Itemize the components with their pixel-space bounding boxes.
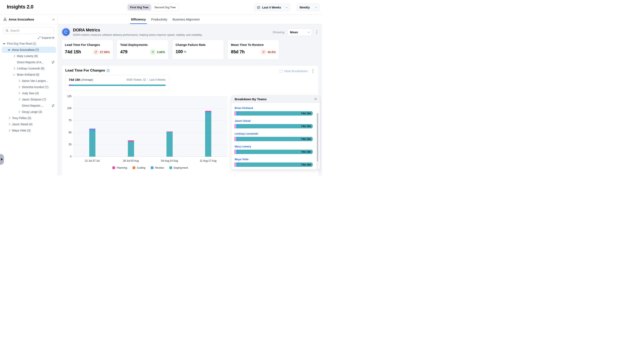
chevron-right-icon[interactable]: [18, 92, 20, 94]
team-name-link[interactable]: Maya Yette: [235, 158, 248, 161]
tree-item-maya-yette[interactable]: Maya Yette (3): [2, 127, 56, 134]
team-name-link[interactable]: Lindsay Liszewski: [235, 132, 258, 135]
chevron-down-icon: [286, 6, 288, 8]
expand-icon: [38, 36, 40, 39]
tree-item-tony-pallas[interactable]: Tony Pallas (5): [2, 115, 56, 121]
stacked-bar-4[interactable]: [205, 111, 211, 157]
arrow-up-right-icon: ↗: [150, 49, 156, 55]
tab-business-alignment[interactable]: Business Alignment: [172, 15, 200, 24]
legend-item-planning[interactable]: Planning: [112, 166, 127, 169]
chevron-right-icon[interactable]: [8, 117, 10, 119]
metric-value: 85d 7h: [231, 49, 244, 55]
legend-item-deployment[interactable]: Deployment: [169, 166, 188, 169]
org-sidebar: Anna Scozzafava Expand All First Org: [0, 15, 58, 176]
chevron-right-icon[interactable]: [18, 86, 20, 88]
date-range-select[interactable]: Last 4 Weeks: [254, 4, 290, 11]
tree-item-direct-reports-of-brian[interactable]: Direct Reports ...: [2, 103, 56, 109]
legend-item-review[interactable]: Review: [151, 166, 164, 169]
card-change-failure-rate: Change Failure Rate 100 %: [172, 40, 224, 60]
review-segment: [236, 150, 239, 154]
delta-value: 27.56%: [100, 51, 110, 54]
scrollbar-thumb[interactable]: [317, 113, 318, 161]
legend-item-coding[interactable]: Coding: [132, 166, 146, 169]
team-name-link[interactable]: Jason Stead: [235, 119, 250, 122]
breakdown-row: Jason Stead 74d 15h: [235, 119, 313, 128]
team-phase-bar[interactable]: 74d 15h: [235, 162, 313, 167]
chevron-right-icon[interactable]: [18, 80, 20, 82]
chevron-right-icon[interactable]: [13, 55, 15, 57]
planning-segment: [235, 111, 236, 116]
tab-efficiency[interactable]: Efficiency: [131, 15, 146, 24]
deployment-swatch: [169, 166, 172, 169]
chevron-down-icon[interactable]: [8, 48, 10, 51]
planning-segment: [128, 140, 134, 142]
toggle-second-org-tree[interactable]: Second Org Tree: [152, 4, 178, 10]
sidebar-search[interactable]: [3, 27, 54, 34]
y-axis-tick-label: 0: [64, 155, 72, 158]
tree-item-brian-kirkland[interactable]: Brian Kirkland (6): [2, 72, 56, 78]
breakdown-by-teams-panel: Breakdown By Teams ✕ Brian Kirkland 74d …: [231, 96, 320, 170]
trend-badge: ↗ 40.8%: [261, 49, 276, 55]
tree-item-jason-stead[interactable]: Jason Stead (4): [2, 121, 56, 127]
team-phase-bar[interactable]: 74d 15h: [235, 137, 313, 141]
metric-unit: %: [184, 50, 186, 53]
team-phase-bar[interactable]: 74d 15h: [235, 124, 313, 128]
metric-title: Total Deployments: [120, 43, 165, 47]
tree-item-aaron-van-langen[interactable]: Aaron Van Langen...: [2, 78, 56, 84]
review-segment: [236, 111, 239, 116]
chevron-right-icon[interactable]: [8, 123, 10, 125]
chevron-right-icon[interactable]: [18, 98, 20, 101]
stacked-bar-3[interactable]: [166, 132, 173, 157]
tree-item-anna-scozzafava[interactable]: Anna Scozzafava (7): [2, 47, 56, 53]
toggle-first-org-tree[interactable]: First Org Tree: [128, 4, 151, 10]
chevron-down-icon[interactable]: [13, 73, 15, 76]
chevron-up-icon[interactable]: [52, 19, 54, 21]
team-name-link[interactable]: Mary Lowery: [235, 145, 251, 148]
arrow-up-right-icon: ↗: [93, 49, 99, 55]
gridline: [73, 121, 228, 121]
granularity-value: Weekly: [300, 6, 310, 9]
team-phase-bar[interactable]: 74d 15h: [235, 111, 313, 116]
expand-all-button[interactable]: Expand All: [3, 36, 54, 39]
dora-kebab-menu[interactable]: [315, 30, 319, 34]
filter-settings-icon[interactable]: [52, 61, 55, 64]
sidebar-header[interactable]: Anna Scozzafava: [0, 15, 58, 24]
search-input[interactable]: [10, 29, 52, 32]
metric-title: Mean Time To Restore: [231, 43, 276, 47]
team-name-link[interactable]: Brian Kirkland: [235, 107, 253, 110]
tree-item-sireesha-kunduri[interactable]: Sireesha Kunduri (7): [2, 84, 56, 90]
team-phase-bar[interactable]: 74d 15h: [235, 150, 313, 154]
tree-item-judy-saw[interactable]: Judy Saw (4): [2, 90, 56, 96]
close-icon[interactable]: ✕: [314, 97, 317, 101]
granularity-select[interactable]: Weekly: [297, 4, 320, 11]
team-value: 74d 15h: [301, 150, 311, 153]
chevron-down-icon[interactable]: [3, 42, 5, 45]
chevron-right-icon[interactable]: [18, 111, 20, 113]
filter-settings-icon[interactable]: [52, 104, 55, 107]
metric-title: Lead Time For Changes: [65, 43, 110, 47]
x-axis-tick-label: 04 Aug-10 Aug: [150, 159, 189, 162]
scrollbar-track[interactable]: [317, 113, 318, 170]
tree-item-mary-lowery[interactable]: Mary Lowery (6): [2, 53, 56, 59]
gridline: [73, 156, 228, 157]
sidebar-collapse-handle[interactable]: [0, 154, 4, 165]
dora-heading-text: DORA Metrics DORA metrics measure softwa…: [73, 28, 202, 36]
aggregation-select[interactable]: Mean: [287, 28, 312, 36]
chevron-right-icon[interactable]: [13, 67, 15, 70]
tree-item-label: Jason Simpson (7): [22, 98, 46, 101]
org-tree-toggle: First Org Tree Second Org Tree: [127, 4, 179, 11]
tree-item-doug-lange[interactable]: Doug Lange (3): [2, 109, 56, 115]
tree-item-lindsay-liszewski[interactable]: Lindsay Liszewski (8): [2, 65, 56, 72]
stacked-bar-2[interactable]: [128, 140, 134, 157]
calendar-icon: [257, 6, 260, 9]
insights-app: Insights 2.0 First Org Tree Second Org T…: [0, 0, 322, 176]
legend-label: Coding: [137, 166, 146, 169]
tree-item-direct-reports-of-anna[interactable]: Direct Reports of A...: [2, 59, 56, 65]
tree-item-first-org-tree-root[interactable]: First Org Tree Root (1): [2, 41, 56, 47]
tab-productivity[interactable]: Productivity: [151, 15, 167, 24]
stacked-bar-1[interactable]: [89, 129, 96, 157]
tree-item-jason-simpson[interactable]: Jason Simpson (7): [2, 96, 56, 103]
top-header: Insights 2.0 First Org Tree Second Org T…: [0, 0, 322, 15]
delta-value: 40.8%: [268, 51, 276, 54]
chevron-right-icon[interactable]: [8, 129, 10, 132]
